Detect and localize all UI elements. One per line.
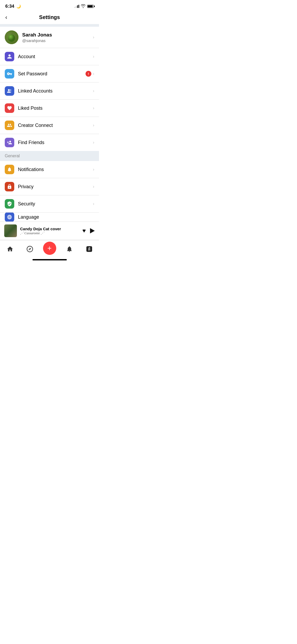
back-button[interactable]: ‹ [5,14,7,21]
wifi-icon [81,4,86,9]
nav-home[interactable] [3,244,17,254]
mini-player-controls: ♥ [82,227,95,234]
liked-posts-icon [5,103,14,113]
status-icons [74,4,94,9]
chevron-icon: › [93,35,94,40]
chevron-icon: › [93,54,94,59]
chevron-icon: › [93,201,94,206]
nav-explore[interactable] [23,244,36,254]
home-indicator [0,257,99,261]
mini-player-artist: ⋰ Cassaronie ⋰ [20,231,82,235]
signal-bars-icon [74,5,79,8]
alert-badge: ! [86,71,91,77]
privacy-label: Privacy [18,184,93,190]
status-bar: 6:34 🌙 [0,0,99,11]
language-row[interactable]: Language [0,213,99,222]
mini-player-info: Candy Doja Cat cover ⋰ Cassaronie ⋰ [20,227,82,235]
avatar [5,30,18,44]
security-icon [5,199,14,209]
linked-accounts-row[interactable]: Linked Accounts › [0,82,99,100]
music-icon [86,246,93,252]
svg-point-3 [10,89,11,91]
battery-icon [87,5,94,8]
like-button[interactable]: ♥ [82,227,86,234]
security-label: Security [18,201,93,207]
account-label: Account [18,54,93,59]
general-section-header: General [0,151,99,161]
home-indicator-bar [32,259,67,260]
svg-point-2 [8,89,10,91]
mini-player-thumbnail [4,224,17,237]
mini-player-title: Candy Doja Cat cover [20,227,82,231]
set-password-row[interactable]: Set Password ! › [0,65,99,82]
find-friends-label: Find Friends [18,140,93,145]
linked-accounts-icon [5,86,14,96]
profile-handle: @sarahjonas [22,38,93,43]
compass-icon [26,246,33,252]
creator-connect-label: Creator Connect [18,123,93,128]
home-icon [7,246,13,252]
chevron-icon: › [93,184,94,189]
play-button[interactable] [90,228,95,233]
svg-point-1 [8,34,15,42]
general-settings-list: Notifications › Privacy › Security › Lan… [0,161,99,222]
find-friends-icon [5,138,14,147]
language-icon [5,213,14,222]
privacy-row[interactable]: Privacy › [0,178,99,195]
password-icon [5,69,14,79]
language-label: Language [18,214,94,220]
chevron-icon: › [93,89,94,93]
creator-connect-icon [5,121,14,130]
page-title: Settings [39,14,60,20]
nav-music[interactable] [83,244,96,254]
security-row[interactable]: Security › [0,195,99,213]
bell-icon [66,246,73,252]
settings-list: Sarah Jonas @sarahjonas › Account › Set … [0,27,99,151]
account-icon [5,52,14,61]
profile-name: Sarah Jonas [22,32,93,38]
privacy-icon [5,182,14,191]
notifications-row[interactable]: Notifications › [0,161,99,178]
section-divider-top [0,24,99,27]
nav-notifications[interactable] [63,244,76,254]
chevron-icon: › [93,123,94,128]
moon-icon: 🌙 [16,4,21,8]
mini-player[interactable]: Candy Doja Cat cover ⋰ Cassaronie ⋰ ♥ [0,222,99,240]
bottom-nav: + [0,240,99,257]
chevron-icon: › [93,167,94,172]
chevron-icon: › [93,71,94,76]
liked-posts-row[interactable]: Liked Posts › [0,100,99,117]
set-password-label: Set Password [18,71,86,77]
find-friends-row[interactable]: Find Friends › [0,134,99,151]
header: ‹ Settings [0,11,99,24]
svg-point-5 [29,249,30,249]
liked-posts-label: Liked Posts [18,105,93,111]
profile-info: Sarah Jonas @sarahjonas [22,32,93,43]
chevron-icon: › [93,106,94,111]
svg-rect-6 [86,246,92,252]
creator-connect-row[interactable]: Creator Connect › [0,117,99,134]
chevron-icon: › [93,140,94,145]
notifications-label: Notifications [18,167,93,172]
status-time: 6:34 [5,4,14,9]
account-row[interactable]: Account › [0,48,99,65]
profile-row[interactable]: Sarah Jonas @sarahjonas › [0,27,99,48]
notifications-icon [5,165,14,174]
svg-point-7 [89,249,90,250]
svg-point-8 [88,250,89,250]
add-button[interactable]: + [43,242,56,255]
linked-accounts-label: Linked Accounts [18,88,93,94]
